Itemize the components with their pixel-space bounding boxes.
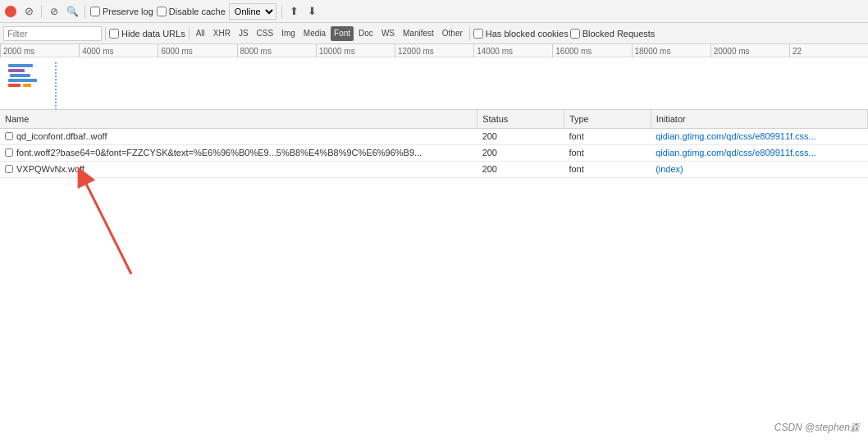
svg-rect-2 <box>10 74 30 77</box>
blocked-requests-text: Blocked Requests <box>582 29 656 39</box>
has-blocked-cookies-text: Has blocked cookies <box>486 29 569 39</box>
disable-cache-label[interactable]: Disable cache <box>157 7 226 16</box>
svg-rect-5 <box>23 84 31 87</box>
tick-16000: 16000 ms <box>552 44 631 57</box>
tick-20000: 20000 ms <box>710 44 789 57</box>
row-2-status: 200 <box>477 144 564 161</box>
row-3-status: 200 <box>477 161 564 177</box>
row-1-initiator: qidian.gtimg.com/qd/css/e809911f.css... <box>651 128 867 144</box>
divider6 <box>469 27 470 40</box>
row-1-checkbox[interactable] <box>5 132 13 140</box>
row-1-status: 200 <box>477 128 564 144</box>
divider5 <box>189 27 190 40</box>
svg-rect-4 <box>8 84 21 87</box>
timeline-ruler: 2000 ms 4000 ms 6000 ms 8000 ms 10000 ms… <box>0 44 868 57</box>
divider2 <box>85 5 85 18</box>
tick-4000: 4000 ms <box>79 44 158 57</box>
blocked-requests-label[interactable]: Blocked Requests <box>570 29 656 39</box>
preserve-log-label[interactable]: Preserve log <box>90 7 153 16</box>
svg-rect-1 <box>8 69 25 72</box>
waterfall-svg <box>7 62 187 110</box>
row-2-name: font.woff2?base64=0&font=FZZCYSK&text=%E… <box>0 144 477 161</box>
filter-media-button[interactable]: Media <box>300 26 329 41</box>
filter-js-button[interactable]: JS <box>235 26 252 41</box>
filter-toggle-button[interactable]: ⊘ <box>47 4 62 19</box>
filter-manifest-button[interactable]: Manifest <box>400 26 437 41</box>
tick-18000: 18000 ms <box>632 44 710 57</box>
tick-10000: 10000 ms <box>316 44 395 57</box>
tick-2000: 2000 ms <box>0 44 79 57</box>
col-status: Status <box>477 110 564 128</box>
disable-cache-checkbox[interactable] <box>157 7 167 16</box>
col-initiator: Initiator <box>651 110 867 128</box>
row-2-checkbox[interactable] <box>5 148 13 157</box>
record-button[interactable] <box>3 4 18 19</box>
main-content: 2000 ms 4000 ms 6000 ms 8000 ms 10000 ms… <box>0 44 868 443</box>
filter-xhr-button[interactable]: XHR <box>210 26 234 41</box>
row-2-initiator: qidian.gtimg.com/qd/css/e809911f.css... <box>651 144 867 161</box>
filter-img-button[interactable]: Img <box>278 26 299 41</box>
tick-8000: 8000 ms <box>237 44 316 57</box>
row-3-name: VXPQWvNx.woff <box>0 161 477 177</box>
filter-icon: ⊘ <box>50 6 58 17</box>
blocked-requests-checkbox[interactable] <box>570 29 580 39</box>
download-icon: ⬇ <box>308 5 317 17</box>
row-1-name: qd_iconfont.dfbaf..woff <box>0 128 477 144</box>
tick-22: 22 <box>789 44 868 57</box>
hide-data-urls-checkbox[interactable] <box>109 29 119 39</box>
table-container[interactable]: Name Status Type Initiator qd_iconfont.d… <box>0 110 868 443</box>
filter-other-button[interactable]: Other <box>439 26 466 41</box>
has-blocked-cookies-checkbox[interactable] <box>473 29 483 39</box>
svg-rect-0 <box>8 64 33 67</box>
preserve-log-text: Preserve log <box>103 7 153 16</box>
search-button[interactable]: 🔍 <box>65 4 80 19</box>
search-icon: 🔍 <box>66 6 79 17</box>
col-name: Name <box>0 110 477 128</box>
import-button[interactable]: ⬆ <box>287 4 302 19</box>
table-header-row: Name Status Type Initiator <box>0 110 868 128</box>
filter-input[interactable] <box>3 26 102 41</box>
hide-data-urls-label[interactable]: Hide data URLs <box>109 29 185 39</box>
filter-css-button[interactable]: CSS <box>254 26 277 41</box>
tick-14000: 14000 ms <box>473 44 552 57</box>
filter-all-button[interactable]: All <box>193 26 208 41</box>
row-3-type: font <box>564 161 651 177</box>
timeline-content <box>0 57 868 110</box>
toolbar-row2: Hide data URLs All XHR JS CSS Img Media … <box>0 23 868 44</box>
disable-cache-text: Disable cache <box>169 7 226 16</box>
table-row[interactable]: VXPQWvNx.woff 200 font (index) <box>0 161 868 177</box>
throttle-select[interactable]: Online <box>229 3 276 20</box>
preserve-log-checkbox[interactable] <box>90 7 100 16</box>
row-3-checkbox[interactable] <box>5 165 13 173</box>
hide-data-urls-text: Hide data URLs <box>121 29 185 39</box>
col-type: Type <box>564 110 651 128</box>
network-table: Name Status Type Initiator qd_iconfont.d… <box>0 110 868 178</box>
divider4 <box>105 27 106 40</box>
toolbar-row1: ⊘ ⊘ 🔍 Preserve log Disable cache Online … <box>0 0 868 23</box>
divider1 <box>41 5 42 18</box>
record-icon <box>5 6 16 17</box>
filter-font-button[interactable]: Font <box>331 26 354 41</box>
filter-ws-button[interactable]: WS <box>378 26 398 41</box>
timeline-area: 2000 ms 4000 ms 6000 ms 8000 ms 10000 ms… <box>0 44 868 110</box>
has-blocked-cookies-label[interactable]: Has blocked cookies <box>473 29 569 39</box>
filter-doc-button[interactable]: Doc <box>355 26 377 41</box>
tick-12000: 12000 ms <box>395 44 473 57</box>
row-3-initiator: (index) <box>651 161 867 177</box>
row-1-type: font <box>564 128 651 144</box>
clear-button[interactable]: ⊘ <box>21 4 36 19</box>
tick-6000: 6000 ms <box>158 44 236 57</box>
table-row[interactable]: qd_iconfont.dfbaf..woff 200 font qidian.… <box>0 128 868 144</box>
export-button[interactable]: ⬇ <box>305 4 320 19</box>
svg-rect-3 <box>8 79 37 82</box>
watermark: CSDN @stephen森 <box>774 421 860 435</box>
watermark-text: CSDN @stephen森 <box>774 422 860 433</box>
table-row[interactable]: font.woff2?base64=0&font=FZZCYSK&text=%E… <box>0 144 868 161</box>
divider3 <box>281 5 282 18</box>
svg-line-7 <box>82 176 131 274</box>
upload-icon: ⬆ <box>290 5 299 17</box>
clear-icon: ⊘ <box>25 5 34 17</box>
row-2-type: font <box>564 144 651 161</box>
table-body: qd_iconfont.dfbaf..woff 200 font qidian.… <box>0 128 868 177</box>
